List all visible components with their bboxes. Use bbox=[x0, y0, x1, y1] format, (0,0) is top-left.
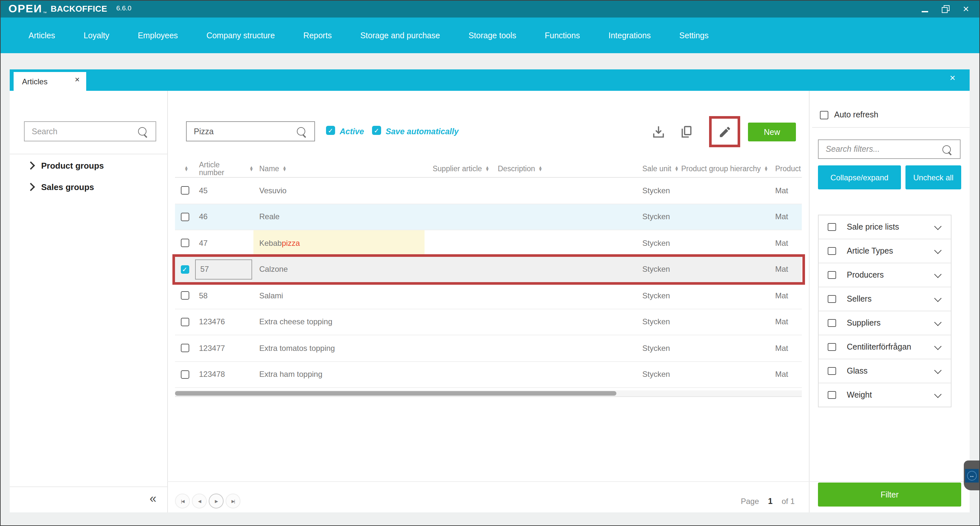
nav-item-settings[interactable]: Settings bbox=[679, 31, 708, 40]
column-sale-unit[interactable]: Sale unit▲▼ bbox=[642, 160, 681, 177]
filter-group-checkbox[interactable] bbox=[828, 319, 836, 327]
nav-item-reports[interactable]: Reports bbox=[303, 31, 332, 40]
filter-group-checkbox[interactable] bbox=[828, 367, 836, 375]
active-label[interactable]: Active bbox=[340, 127, 364, 136]
filter-group-checkbox[interactable] bbox=[828, 271, 836, 279]
active-checkbox[interactable]: ✓ bbox=[326, 126, 335, 135]
sidebar-item-sales-groups[interactable]: Sales groups bbox=[28, 179, 94, 194]
filter-group-checkbox[interactable] bbox=[828, 391, 836, 399]
sort-icon[interactable]: ▲▼ bbox=[185, 166, 189, 172]
copy-icon[interactable] bbox=[679, 124, 694, 139]
table-row-58[interactable]: 58SalamiStyckenMat bbox=[175, 283, 802, 309]
table-row-123476[interactable]: 123476Extra cheese toppingStyckenMat bbox=[175, 309, 802, 335]
filter-button[interactable]: Filter bbox=[818, 483, 961, 507]
filter-group-centiliterf-rfr-gan[interactable]: Centiliterförfrågan bbox=[819, 335, 951, 359]
pagination-next-icon[interactable]: ▶ bbox=[209, 494, 224, 508]
row-checkbox[interactable] bbox=[180, 213, 189, 221]
table-row-45[interactable]: 45VesuvioStyckenMat bbox=[175, 178, 802, 204]
tab-close-icon[interactable]: × bbox=[75, 75, 80, 84]
nav-item-functions[interactable]: Functions bbox=[545, 31, 580, 40]
row-checkbox[interactable] bbox=[180, 186, 189, 195]
article-search-input[interactable] bbox=[187, 126, 297, 137]
row-checkbox[interactable]: ✓ bbox=[180, 265, 189, 274]
sort-icon[interactable]: ▲▼ bbox=[675, 166, 679, 172]
chevron-down-icon[interactable] bbox=[934, 391, 942, 398]
row-checkbox[interactable] bbox=[180, 370, 189, 379]
row-checkbox[interactable] bbox=[180, 292, 189, 300]
minimize-icon[interactable] bbox=[921, 3, 928, 14]
column-name[interactable]: Name▲▼ bbox=[253, 160, 425, 177]
horizontal-scrollbar[interactable] bbox=[175, 391, 802, 397]
scrollbar-thumb[interactable] bbox=[175, 391, 616, 395]
edit-pencil-icon[interactable] bbox=[718, 125, 732, 139]
collapse-expand-button[interactable]: Collapse/expand bbox=[818, 166, 901, 190]
chevron-right-icon[interactable] bbox=[27, 183, 34, 191]
sidebar-search-input[interactable] bbox=[25, 126, 138, 137]
filter-group-producers[interactable]: Producers bbox=[819, 263, 951, 287]
sort-icon[interactable]: ▲▼ bbox=[764, 166, 768, 172]
chevron-down-icon[interactable] bbox=[934, 271, 942, 278]
search-icon[interactable] bbox=[942, 145, 951, 153]
chevron-down-icon[interactable] bbox=[934, 319, 942, 326]
chevron-down-icon[interactable] bbox=[934, 295, 942, 302]
search-icon[interactable] bbox=[138, 127, 146, 135]
panel-close-icon[interactable]: × bbox=[950, 72, 955, 83]
filter-group-checkbox[interactable] bbox=[828, 295, 836, 303]
column-supplier-article[interactable]: Supplier article▲▼ bbox=[425, 160, 489, 177]
column-article-number[interactable]: Article number▲▼ bbox=[194, 160, 253, 177]
tab-articles[interactable]: Articles × bbox=[14, 72, 86, 91]
article-number-input[interactable]: 57 bbox=[195, 260, 252, 279]
download-icon[interactable] bbox=[651, 124, 666, 139]
nav-item-loyalty[interactable]: Loyalty bbox=[84, 31, 109, 40]
chevron-down-icon[interactable] bbox=[934, 343, 942, 350]
close-icon[interactable]: × bbox=[963, 3, 969, 14]
filter-search-input[interactable] bbox=[819, 144, 942, 155]
table-row-57[interactable]: ✓57CalzoneStyckenMat bbox=[175, 257, 802, 283]
nav-item-employees[interactable]: Employees bbox=[138, 31, 178, 40]
chevron-down-icon[interactable] bbox=[934, 223, 942, 230]
sort-icon[interactable]: ▲▼ bbox=[249, 166, 253, 172]
row-checkbox[interactable] bbox=[180, 318, 189, 326]
table-row-123478[interactable]: 123478Extra ham toppingStyckenMat bbox=[175, 362, 802, 388]
filter-group-checkbox[interactable] bbox=[828, 223, 836, 231]
autosave-checkbox[interactable]: ✓ bbox=[372, 126, 381, 135]
teamviewer-edge-tab[interactable]: ↔ bbox=[964, 461, 980, 490]
restore-icon[interactable] bbox=[942, 5, 949, 13]
page-number-input[interactable]: 1 bbox=[768, 497, 773, 506]
column-product[interactable]: Product bbox=[775, 160, 802, 177]
column-select[interactable]: ▲▼ bbox=[175, 160, 194, 177]
filter-group-article-types[interactable]: Article Types bbox=[819, 239, 951, 263]
nav-item-company-structure[interactable]: Company structure bbox=[207, 31, 275, 40]
auto-refresh-checkbox[interactable] bbox=[820, 111, 828, 120]
filter-group-checkbox[interactable] bbox=[828, 343, 836, 351]
filter-group-sellers[interactable]: Sellers bbox=[819, 287, 951, 311]
sidebar-item-product-groups[interactable]: Product groups bbox=[28, 158, 104, 173]
column-product-group-hierarchy[interactable]: Product group hierarchy▲▼ bbox=[681, 160, 775, 177]
filter-group-suppliers[interactable]: Suppliers bbox=[819, 311, 951, 335]
chevron-down-icon[interactable] bbox=[934, 367, 942, 374]
column-description[interactable]: Description▲▼ bbox=[489, 160, 642, 177]
filter-group-sale-price-lists[interactable]: Sale price lists bbox=[819, 215, 951, 239]
sort-icon[interactable]: ▲▼ bbox=[282, 166, 286, 172]
search-icon[interactable] bbox=[297, 127, 305, 135]
collapse-sidebar-icon[interactable]: « bbox=[143, 492, 163, 506]
row-checkbox[interactable] bbox=[180, 344, 189, 352]
table-row-47[interactable]: 47Kebab pizzaStyckenMat bbox=[175, 230, 802, 257]
filter-group-weight[interactable]: Weight bbox=[819, 383, 951, 406]
autosave-label[interactable]: Save automatically bbox=[386, 127, 458, 136]
nav-item-articles[interactable]: Articles bbox=[29, 31, 55, 40]
nav-item-storage-and-purchase[interactable]: Storage and purchase bbox=[360, 31, 440, 40]
sort-icon[interactable]: ▲▼ bbox=[538, 166, 542, 172]
chevron-right-icon[interactable] bbox=[27, 161, 34, 169]
filter-group-checkbox[interactable] bbox=[828, 247, 836, 255]
pagination-last-icon[interactable]: ▶| bbox=[226, 494, 240, 508]
nav-item-storage-tools[interactable]: Storage tools bbox=[469, 31, 516, 40]
chevron-down-icon[interactable] bbox=[934, 247, 942, 254]
sort-icon[interactable]: ▲▼ bbox=[485, 166, 489, 172]
new-button[interactable]: New bbox=[748, 123, 796, 141]
row-checkbox[interactable] bbox=[180, 239, 189, 247]
filter-group-glass[interactable]: Glass bbox=[819, 359, 951, 383]
table-row-46[interactable]: 46RealeStyckenMat bbox=[175, 204, 802, 230]
uncheck-all-button[interactable]: Uncheck all bbox=[905, 166, 961, 190]
pagination-prev-icon[interactable]: ◀ bbox=[192, 494, 207, 508]
